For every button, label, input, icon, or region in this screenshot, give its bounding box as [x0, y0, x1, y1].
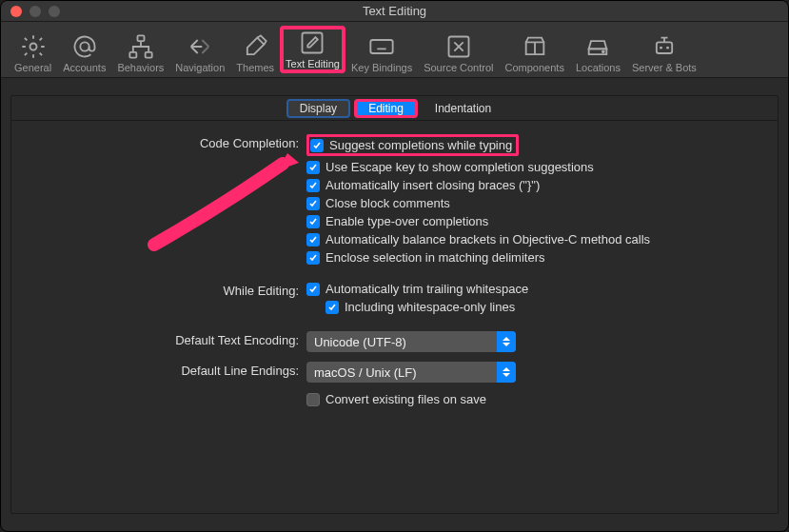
checkbox-label: Automatically trim trailing whitespace	[325, 282, 528, 296]
checkbox-label: Close block comments	[325, 196, 450, 210]
checkbox-checked-icon	[310, 139, 324, 152]
svg-point-10	[660, 47, 662, 49]
window-title: Text Editing	[1, 4, 788, 18]
checkbox-label: Use Escape key to show completion sugges…	[325, 160, 594, 174]
select-arrows-icon	[497, 331, 516, 352]
toolbar-navigation[interactable]: Navigation	[169, 31, 230, 73]
checkbox-label: Automatically insert closing braces ("}"…	[325, 178, 540, 192]
code-completion-label: Code Completion:	[30, 134, 306, 150]
window-controls	[1, 6, 60, 17]
hierarchy-icon	[128, 33, 154, 60]
select-value: Unicode (UTF-8)	[314, 335, 406, 349]
checkbox-checked-icon	[306, 283, 320, 296]
editing-form: Code Completion: Suggest completions whi…	[11, 121, 778, 427]
whitespace-only-lines-option[interactable]: Including whitespace-only lines	[325, 300, 759, 314]
svg-rect-5	[303, 33, 323, 53]
trim-whitespace-option[interactable]: Automatically trim trailing whitespace	[306, 282, 759, 296]
brush-icon	[242, 33, 268, 60]
enclose-selection-option[interactable]: Enclose selection in matching delimiters	[306, 250, 759, 265]
at-sign-icon	[71, 33, 98, 60]
toolbar-text-editing[interactable]: Text Editing	[280, 26, 345, 73]
sub-tabs: Display Editing Indentation	[11, 96, 778, 121]
svg-rect-9	[657, 42, 672, 53]
checkbox-label: Suggest completions while typing	[329, 138, 512, 152]
checkbox-label: Automatically balance brackets in Object…	[325, 232, 650, 246]
toolbar-label: Locations	[576, 62, 621, 73]
tab-editing[interactable]: Editing	[354, 99, 418, 118]
select-arrows-icon	[497, 362, 516, 383]
balance-brackets-option[interactable]: Automatically balance brackets in Object…	[306, 232, 759, 246]
toolbar-label: Server & Bots	[632, 62, 697, 73]
toolbar-label: Behaviors	[117, 62, 164, 73]
toolbar-label: General	[14, 62, 51, 73]
line-endings-label: Default Line Endings:	[30, 362, 306, 378]
toolbar-general[interactable]: General	[9, 31, 57, 73]
toolbar-behaviors[interactable]: Behaviors	[111, 31, 169, 73]
encoding-select[interactable]: Unicode (UTF-8)	[306, 331, 516, 352]
svg-point-0	[30, 44, 36, 50]
svg-rect-3	[129, 52, 136, 58]
svg-point-11	[666, 47, 669, 49]
checkbox-checked-icon	[306, 161, 320, 174]
suggest-completions-option[interactable]: Suggest completions while typing	[306, 134, 519, 156]
checkbox-checked-icon	[306, 215, 320, 228]
toolbar-source-control[interactable]: Source Control	[418, 31, 499, 73]
preferences-window: Text Editing General Accounts Behaviors	[0, 0, 789, 532]
keyboard-icon	[368, 33, 395, 60]
toolbar-key-bindings[interactable]: Key Bindings	[345, 31, 418, 73]
svg-point-8	[602, 50, 604, 52]
toolbar-label: Accounts	[63, 62, 106, 73]
type-over-option[interactable]: Enable type-over completions	[306, 214, 759, 228]
toolbar-label: Text Editing	[286, 58, 340, 69]
package-icon	[522, 33, 548, 60]
checkbox-label: Including whitespace-only lines	[345, 300, 515, 314]
toolbar-themes[interactable]: Themes	[230, 31, 280, 73]
content-area: Display Editing Indentation	[1, 78, 788, 523]
minimize-window-button[interactable]	[30, 6, 41, 17]
drive-icon	[584, 33, 611, 60]
toolbar-label: Themes	[236, 62, 274, 73]
checkbox-checked-icon	[306, 179, 320, 192]
tab-indentation[interactable]: Indentation	[424, 99, 503, 118]
toolbar-accounts[interactable]: Accounts	[57, 31, 111, 73]
arrows-icon	[187, 33, 213, 60]
edit-square-icon	[299, 30, 325, 56]
toolbar-components[interactable]: Components	[500, 31, 570, 73]
checkbox-label: Enclose selection in matching delimiters	[325, 250, 545, 265]
x-square-icon	[445, 33, 472, 60]
toolbar-label: Navigation	[175, 62, 225, 73]
checkbox-checked-icon	[306, 197, 320, 210]
select-value: macOS / Unix (LF)	[314, 365, 417, 380]
svg-point-1	[80, 42, 89, 50]
robot-icon	[651, 33, 678, 60]
toolbar-locations[interactable]: Locations	[570, 31, 626, 73]
checkbox-checked-icon	[325, 301, 339, 314]
toolbar-label: Key Bindings	[351, 62, 412, 73]
zoom-window-button[interactable]	[49, 6, 60, 17]
encoding-label: Default Text Encoding:	[30, 331, 306, 347]
line-endings-select[interactable]: macOS / Unix (LF)	[306, 362, 516, 383]
escape-key-option[interactable]: Use Escape key to show completion sugges…	[306, 160, 759, 174]
close-block-comments-option[interactable]: Close block comments	[306, 196, 759, 210]
svg-rect-4	[146, 52, 152, 58]
checkbox-checked-icon	[306, 251, 320, 265]
checkbox-label: Enable type-over completions	[325, 214, 488, 228]
toolbar-server-bots[interactable]: Server & Bots	[626, 31, 702, 73]
closing-braces-option[interactable]: Automatically insert closing braces ("}"…	[306, 178, 759, 192]
checkbox-label: Convert existing files on save	[325, 392, 486, 406]
checkbox-unchecked-icon	[306, 393, 320, 406]
toolbar-label: Source Control	[424, 62, 493, 73]
preferences-toolbar: General Accounts Behaviors Navigation	[1, 22, 788, 78]
checkbox-checked-icon	[306, 233, 320, 246]
toolbar-label: Components	[505, 62, 564, 73]
svg-rect-2	[137, 35, 144, 41]
svg-rect-6	[370, 40, 392, 53]
tab-display[interactable]: Display	[286, 99, 350, 118]
settings-panel: Display Editing Indentation	[10, 95, 779, 514]
titlebar: Text Editing	[1, 1, 788, 22]
close-window-button[interactable]	[10, 6, 22, 17]
while-editing-label: While Editing:	[30, 282, 306, 298]
gear-icon	[20, 33, 47, 60]
convert-files-option[interactable]: Convert existing files on save	[306, 392, 759, 406]
